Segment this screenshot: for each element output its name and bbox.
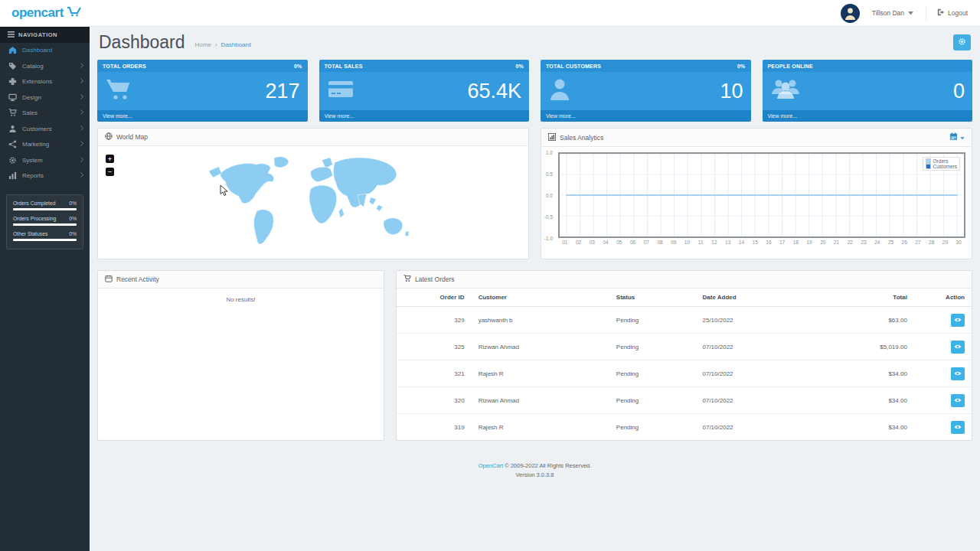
stat-label: Orders Processing	[13, 216, 56, 221]
sidebar-item-sales[interactable]: Sales	[0, 106, 90, 122]
globe-icon	[105, 132, 113, 142]
chart-x-axis: 0102030405060708091011121314151617181920…	[558, 240, 965, 245]
map-zoom-out-button[interactable]: −	[106, 168, 114, 176]
cell-order-id: 319	[397, 414, 472, 441]
share-icon	[8, 140, 17, 148]
progress-bar	[13, 223, 77, 226]
table-row: 319 Rajesh R Pending 07/10/2022 $34.00	[397, 414, 972, 441]
x-tick-label: 18	[789, 240, 802, 245]
cart-icon	[105, 77, 132, 105]
x-tick-label: 10	[681, 240, 694, 245]
chart-canvas	[560, 154, 964, 236]
sidebar-item-reports[interactable]: Reports	[0, 168, 90, 184]
navigation-title: NAVIGATION	[18, 31, 57, 38]
breadcrumb-home[interactable]: Home	[195, 41, 211, 48]
column-header-total: Total	[816, 289, 914, 307]
x-tick-label: 11	[694, 240, 707, 245]
credit-card-icon	[327, 77, 354, 105]
sidebar-item-system[interactable]: System	[0, 153, 90, 169]
map-zoom-in-button[interactable]: +	[106, 155, 114, 163]
tile-value: 217	[265, 80, 299, 103]
tile-label: TOTAL SALES	[325, 64, 363, 69]
stat-other-statuses: Other Statuses 0%	[13, 231, 77, 236]
x-tick-label: 20	[816, 240, 830, 245]
cell-date-added: 07/10/2022	[696, 334, 817, 360]
chevron-right-icon	[80, 141, 83, 148]
cell-date-added: 07/10/2022	[696, 387, 817, 414]
x-tick-label: 26	[897, 240, 911, 245]
eye-icon	[954, 344, 962, 350]
eye-icon	[954, 424, 962, 430]
chart-range-dropdown[interactable]	[949, 132, 965, 142]
sidebar-item-dashboard[interactable]: Dashboard	[0, 43, 90, 59]
opencart-link[interactable]: OpenCart	[479, 462, 504, 469]
view-order-button[interactable]	[951, 421, 965, 434]
avatar[interactable]	[841, 4, 860, 23]
chevron-right-icon	[80, 78, 83, 85]
x-tick-label: 05	[612, 240, 626, 245]
main-content: Dashboard Home › Dashboard TOTAL ORDERS0…	[90, 27, 980, 551]
sidebar-item-label: Sales	[22, 109, 38, 116]
view-order-button[interactable]	[951, 367, 965, 380]
user-icon	[8, 125, 17, 133]
cell-total: $34.00	[816, 387, 914, 414]
tile-total-sales: TOTAL SALES0% 65.4K View more...	[319, 60, 530, 122]
world-map-panel: World Map + −	[97, 128, 529, 259]
x-tick-label: 14	[735, 240, 749, 245]
sidebar-item-marketing[interactable]: Marketing	[0, 137, 90, 153]
column-header-customer: Customer	[472, 289, 609, 307]
sidebar-item-label: Marketing	[22, 141, 49, 148]
tile-value: 0	[953, 80, 965, 103]
chevron-right-icon	[80, 109, 83, 116]
table-row: 321 Rajesh R Pending 07/10/2022 $34.00	[397, 360, 972, 387]
sidebar-item-label: System	[22, 157, 43, 164]
chart-y-axis: 1.00.50.0-0.5-1.0	[541, 152, 556, 241]
breadcrumb-current[interactable]: Dashboard	[221, 41, 251, 48]
view-more-link[interactable]: View more...	[763, 110, 973, 122]
opencart-cart-icon	[67, 6, 82, 20]
view-order-button[interactable]	[951, 314, 965, 327]
panel-title: Recent Activity	[116, 276, 159, 283]
view-order-button[interactable]	[951, 394, 965, 407]
x-tick-label: 12	[707, 240, 721, 245]
users-icon	[770, 77, 801, 105]
stat-label: Other Statuses	[13, 231, 47, 236]
stat-value: 0%	[69, 231, 77, 236]
logout-button[interactable]: Logout	[926, 5, 968, 21]
panel-title: Sales Analytics	[560, 134, 603, 142]
x-tick-label: 02	[572, 240, 586, 245]
sidebar-item-extensions[interactable]: Extensions	[0, 74, 90, 90]
legend-swatch	[926, 158, 931, 164]
sidebar-item-design[interactable]: Design	[0, 90, 90, 106]
user-name: Tillson Dan	[872, 9, 904, 17]
logout-icon	[937, 8, 945, 18]
gear-icon	[958, 37, 966, 48]
dashboard-settings-button[interactable]	[953, 34, 971, 51]
latest-orders-panel: Latest Orders Order ID Customer Status D…	[396, 270, 972, 441]
tile-label: PEOPLE ONLINE	[768, 64, 813, 69]
progress-bar	[13, 208, 77, 210]
sidebar-item-catalog[interactable]: Catalog	[0, 59, 90, 75]
world-map[interactable]: + −	[98, 146, 528, 258]
recent-activity-panel: Recent Activity No results!	[97, 270, 384, 441]
chevron-right-icon	[80, 126, 83, 132]
panel-title: Latest Orders	[415, 276, 455, 283]
cell-order-id: 329	[397, 307, 472, 334]
view-order-button[interactable]	[951, 341, 965, 354]
x-tick-label: 16	[762, 240, 776, 245]
eye-icon	[954, 397, 962, 403]
sidebar-order-stats: Orders Completed 0% Orders Processing 0%…	[6, 194, 83, 249]
view-more-link[interactable]: View more...	[319, 110, 530, 122]
cart-icon	[403, 275, 411, 284]
view-more-link[interactable]: View more...	[541, 110, 751, 122]
cell-total: $5,019.00	[816, 334, 914, 360]
user-menu[interactable]: Tillson Dan	[872, 9, 913, 17]
cell-status: Pending	[609, 360, 696, 387]
legend-swatch	[926, 164, 931, 169]
opencart-logo[interactable]: opencart	[0, 5, 82, 21]
sidebar-item-customers[interactable]: Customers	[0, 122, 90, 138]
sidebar-item-label: Catalog	[22, 63, 44, 70]
view-more-link[interactable]: View more...	[97, 110, 308, 122]
x-tick-label: 01	[558, 240, 572, 245]
cell-status: Pending	[609, 307, 696, 334]
